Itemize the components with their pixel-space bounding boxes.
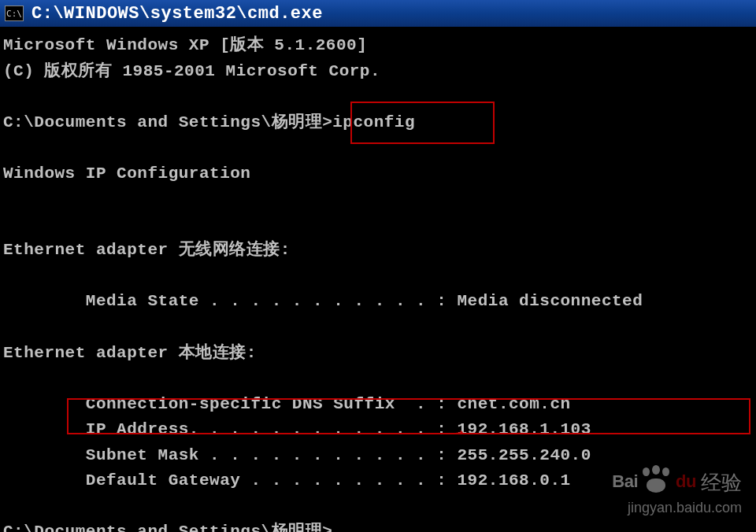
- terminal-line: Microsoft Windows XP [版本 5.1.2600]: [3, 33, 753, 59]
- terminal-line: (C) 版权所有 1985-2001 Microsoft Corp.: [3, 59, 753, 85]
- window-titlebar[interactable]: C:\ C:\WINDOWS\system32\cmd.exe: [0, 0, 756, 27]
- terminal-line: Media State . . . . . . . . . . . : Medi…: [3, 289, 753, 315]
- baidu-logo-text: Bai du: [612, 467, 696, 497]
- window-title: C:\WINDOWS\system32\cmd.exe: [32, 4, 323, 24]
- terminal-line: IP Address. . . . . . . . . . . . : 192.…: [3, 417, 753, 443]
- terminal-line: [3, 84, 753, 110]
- watermark-url: jingyan.baidu.com: [628, 500, 742, 516]
- watermark-cn-text: 经验: [701, 469, 742, 497]
- terminal-output[interactable]: Microsoft Windows XP [版本 5.1.2600](C) 版权…: [0, 27, 756, 532]
- watermark-logo: Bai du 经验: [612, 467, 742, 497]
- terminal-line: [3, 187, 753, 212]
- terminal-line: Ethernet adapter 本地连接:: [3, 341, 753, 367]
- terminal-line: [3, 264, 753, 290]
- terminal-line: Windows IP Configuration: [3, 161, 753, 187]
- paw-icon: [639, 467, 674, 497]
- terminal-line: C:\Documents and Settings\杨明理>ipconfig: [3, 110, 753, 136]
- terminal-line: C:\Documents and Settings\杨明理>: [3, 519, 753, 532]
- terminal-line: [3, 135, 753, 161]
- terminal-line: Subnet Mask . . . . . . . . . . . : 255.…: [3, 443, 753, 469]
- terminal-line: Ethernet adapter 无线网络连接:: [3, 238, 753, 264]
- terminal-line: Connection-specific DNS Suffix . : cnet.…: [3, 392, 753, 418]
- terminal-line: [3, 366, 753, 392]
- terminal-line: [3, 315, 753, 341]
- cmd-icon: C:\: [5, 6, 24, 21]
- terminal-line: [3, 212, 753, 238]
